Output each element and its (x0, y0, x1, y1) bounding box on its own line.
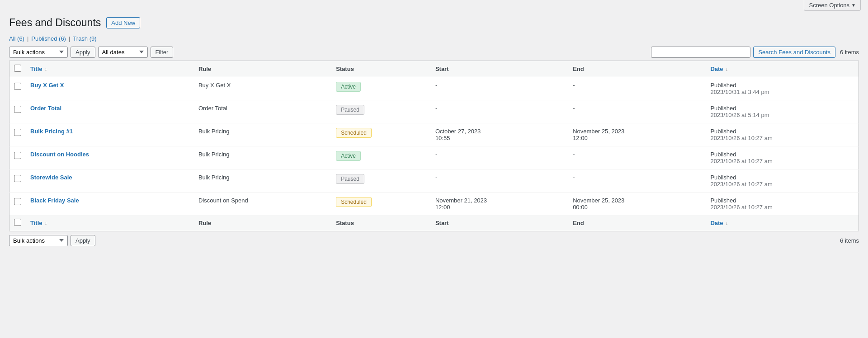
status-badge: Scheduled (336, 128, 372, 138)
row-checkbox-cell (9, 146, 26, 169)
table-row: Discount on HoodiesBulk PricingActive--P… (9, 146, 859, 169)
row-checkbox-5[interactable] (14, 198, 21, 205)
row-title-cell: Bulk Pricing #1 (26, 123, 194, 146)
items-count-top: 6 items (840, 49, 859, 56)
row-date-cell: Published2023/10/26 at 10:27 am (706, 146, 859, 169)
row-checkbox-cell (9, 100, 26, 123)
th-status-label: Status (336, 66, 354, 72)
row-rule-cell: Bulk Pricing (194, 146, 331, 169)
row-start-cell: October 27, 2023 10:55 (431, 123, 568, 146)
row-checkbox-cell (9, 77, 26, 100)
search-button[interactable]: Search Fees and Discounts (753, 47, 835, 58)
row-date-label: Published (710, 128, 854, 135)
tf-rule: Rule (194, 215, 331, 231)
tf-status: Status (331, 215, 431, 231)
bulk-actions-select-top[interactable]: Bulk actions Delete (9, 47, 68, 58)
row-title-link[interactable]: Order Total (30, 105, 61, 112)
screen-options-button[interactable]: Screen Options ▼ (804, 0, 861, 11)
row-start-cell: - (431, 77, 568, 100)
row-checkbox-1[interactable] (14, 106, 21, 113)
tf-date-sort-link[interactable]: Date ↓ (710, 220, 728, 226)
table-row: Bulk Pricing #1Bulk PricingScheduledOcto… (9, 123, 859, 146)
row-title-link[interactable]: Discount on Hoodies (30, 151, 89, 158)
row-date-cell: Published2023/10/31 at 3:44 pm (706, 77, 859, 100)
bulk-actions-select-bottom[interactable]: Bulk actions Delete (9, 235, 68, 246)
tf-title: Title ↕ (26, 215, 194, 231)
screen-options-label: Screen Options (809, 2, 849, 9)
select-all-checkbox-bottom[interactable] (14, 219, 21, 226)
row-rule-cell: Buy X Get X (194, 77, 331, 100)
row-rule-cell: Discount on Spend (194, 192, 331, 215)
filter-link-all[interactable]: All (6) (9, 35, 24, 42)
filter-sep-1: | (27, 35, 28, 42)
row-date-label: Published (710, 174, 854, 181)
th-end-label: End (573, 66, 584, 72)
select-all-checkbox-top[interactable] (14, 65, 21, 72)
top-actions-left: Bulk actions Delete Apply All dates Filt… (9, 47, 173, 58)
th-start-label: Start (435, 66, 449, 72)
th-date: Date ↓ (706, 61, 859, 77)
tf-date: Date ↓ (706, 215, 859, 231)
row-checkbox-0[interactable] (14, 83, 21, 90)
add-new-button[interactable]: Add New (106, 17, 140, 28)
th-date-sort-link[interactable]: Date ↓ (710, 66, 728, 72)
filter-link-published[interactable]: Published (6) (31, 35, 66, 42)
tf-end-label: End (573, 220, 584, 226)
screen-options-arrow-icon: ▼ (851, 3, 856, 8)
date-sort-icon: ↓ (726, 67, 728, 72)
table-row: Black Friday SaleDiscount on SpendSchedu… (9, 192, 859, 215)
row-rule-cell: Order Total (194, 100, 331, 123)
tf-title-sort-link[interactable]: Title ↕ (30, 220, 47, 226)
row-status-cell: Active (331, 146, 431, 169)
row-title-link[interactable]: Black Friday Sale (30, 197, 79, 204)
top-bar: Screen Options ▼ (0, 0, 868, 11)
row-start-cell: November 21, 2023 12:00 (431, 192, 568, 215)
tf-status-label: Status (336, 220, 354, 226)
th-title: Title ↕ (26, 61, 194, 77)
table-footer-row: Title ↕ Rule Status Start End (9, 215, 859, 231)
th-title-sort-link[interactable]: Title ↕ (30, 66, 47, 72)
row-title-link[interactable]: Bulk Pricing #1 (30, 128, 73, 135)
th-status: Status (331, 61, 431, 77)
filter-links: All (6) | Published (6) | Trash (9) (9, 35, 859, 42)
row-status-cell: Paused (331, 169, 431, 192)
search-area: Search Fees and Discounts (651, 47, 835, 58)
row-date-cell: Published2023/10/26 at 10:27 am (706, 169, 859, 192)
th-end: End (568, 61, 706, 77)
tf-title-sort-icon: ↕ (45, 221, 47, 226)
apply-button-bottom[interactable]: Apply (71, 235, 95, 246)
row-title-cell: Order Total (26, 100, 194, 123)
row-title-cell: Buy X Get X (26, 77, 194, 100)
date-filter-select[interactable]: All dates (98, 47, 148, 58)
row-title-link[interactable]: Storewide Sale (30, 174, 72, 181)
filter-button[interactable]: Filter (151, 47, 174, 58)
row-end-cell: November 25, 2023 12:00 (568, 123, 706, 146)
filter-sep-2: | (69, 35, 70, 42)
tf-rule-label: Rule (198, 220, 211, 226)
table-row: Storewide SaleBulk PricingPaused--Publis… (9, 169, 859, 192)
row-checkbox-4[interactable] (14, 175, 21, 182)
row-status-cell: Active (331, 77, 431, 100)
row-date-label: Published (710, 197, 854, 204)
search-input[interactable] (651, 47, 750, 58)
bottom-actions-left: Bulk actions Delete Apply (9, 235, 95, 246)
tf-start-label: Start (435, 220, 449, 226)
row-title-cell: Storewide Sale (26, 169, 194, 192)
row-title-link[interactable]: Buy X Get X (30, 82, 64, 89)
row-date-label: Published (710, 151, 854, 158)
row-checkbox-2[interactable] (14, 129, 21, 136)
tf-end: End (568, 215, 706, 231)
content-area: Fees and Discounts Add New All (6) | Pub… (0, 11, 868, 255)
tf-date-sort-icon: ↓ (726, 221, 728, 226)
tf-start: Start (431, 215, 568, 231)
status-badge: Active (336, 82, 361, 92)
row-checkbox-cell (9, 169, 26, 192)
items-count-bottom: 6 items (840, 237, 859, 244)
row-rule-cell: Bulk Pricing (194, 169, 331, 192)
page-title: Fees and Discounts (9, 16, 101, 30)
apply-button-top[interactable]: Apply (71, 47, 95, 58)
row-end-cell: - (568, 169, 706, 192)
row-date-cell: Published2023/10/26 at 5:14 pm (706, 100, 859, 123)
row-checkbox-3[interactable] (14, 152, 21, 159)
filter-link-trash[interactable]: Trash (9) (73, 35, 96, 42)
